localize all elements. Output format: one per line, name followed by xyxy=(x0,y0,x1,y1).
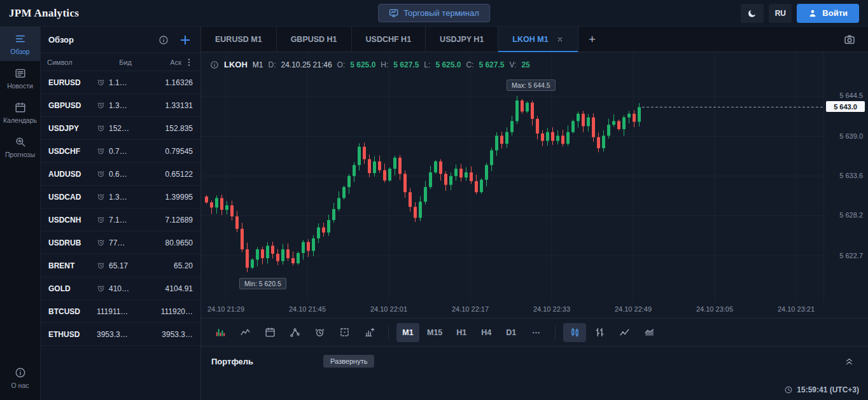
add-tab-button[interactable]: + xyxy=(578,27,606,52)
sidebar-item-overview[interactable]: Обзор xyxy=(0,27,40,61)
time-axis-label: 24.10 23:21 xyxy=(778,305,815,313)
bid-value: 0.6… xyxy=(97,170,136,179)
watchlist-row[interactable]: USDJPY 152… 152.835 xyxy=(41,117,200,140)
timeframe-d1-button[interactable]: D1 xyxy=(500,323,522,342)
language-button[interactable]: RU xyxy=(769,4,792,23)
theme-toggle-button[interactable] xyxy=(741,4,764,23)
topbar-actions: RU Войти xyxy=(741,4,859,23)
portfolio-panel: Портфель Развернуть 15:59:41 (UTC+3) xyxy=(201,346,868,400)
watchlist-row[interactable]: BRENT 65.17 65.20 xyxy=(41,254,200,277)
login-button[interactable]: Войти xyxy=(797,4,859,23)
watchlist-row[interactable]: USDRUB 77… 80.9650 xyxy=(41,231,200,254)
symbol-name: ETHUSD xyxy=(48,330,97,339)
watchlist-row[interactable]: ETHUSD 3953.3… 3953.3… xyxy=(41,323,200,346)
bars-icon xyxy=(594,327,605,338)
watchlist-row[interactable]: GOLD 410… 4104.91 xyxy=(41,277,200,300)
add-symbol-button[interactable] xyxy=(178,32,193,48)
portfolio-collapse-button[interactable] xyxy=(841,356,858,367)
main-area: EURUSD M1GBPUSD H1USDCHF H1USDJPY H1LKOH… xyxy=(201,27,868,400)
watchlist-header: Обзор xyxy=(41,27,200,53)
chart-type-candles-button[interactable] xyxy=(563,323,586,342)
line-icon xyxy=(619,327,630,338)
portfolio-expand-button[interactable]: Развернуть xyxy=(323,355,374,368)
compare-button[interactable] xyxy=(234,323,256,342)
selection-button[interactable] xyxy=(333,323,356,342)
chart-tab[interactable]: EURUSD M1 xyxy=(201,27,277,52)
toolbar-separator xyxy=(388,326,389,340)
indicators-button[interactable] xyxy=(209,323,232,342)
sidebar-item-label: Календарь xyxy=(3,116,37,124)
overview-icon xyxy=(15,33,26,45)
ohlc-legend: LKOH M1D:24.10.25 21:46O:5 625.0H:5 627.… xyxy=(210,60,530,69)
time-axis-label: 24.10 21:29 xyxy=(207,305,244,313)
time-axis-label: 24.10 22:49 xyxy=(615,305,652,313)
candlestick-chart[interactable]: Max: 5 644.5Min: 5 620.5 xyxy=(201,52,823,301)
bid-value: 0.7… xyxy=(97,147,136,156)
price-scale-label: 5 644.5 xyxy=(839,92,863,99)
chart-container: Max: 5 644.5Min: 5 620.5 5 644.55 639.05… xyxy=(201,52,868,346)
price-scale[interactable]: 5 644.55 639.05 633.65 628.25 622.75 643… xyxy=(823,52,868,301)
sidebar-item-about[interactable]: О нас xyxy=(0,361,40,395)
symbol-name: AUDUSD xyxy=(48,170,97,179)
timeframe-h4-button[interactable]: H4 xyxy=(475,323,498,342)
ask-value: 1.16326 xyxy=(136,78,193,87)
symbol-name: USDCHF xyxy=(48,147,97,156)
clock-icon xyxy=(97,216,105,224)
ask-value: 0.65122 xyxy=(136,170,193,179)
watchlist-panel: Обзор Символ Бид Аск xyxy=(41,27,201,400)
chart-tab[interactable]: USDCHF H1 xyxy=(352,27,426,52)
chart-tab[interactable]: GBPUSD H1 xyxy=(277,27,352,52)
watchlist-info-button[interactable] xyxy=(157,34,170,46)
clock-icon xyxy=(97,147,105,155)
time-axis[interactable]: 24.10 21:2924.10 21:4524.10 22:0124.10 2… xyxy=(201,301,823,318)
price-scale-label: 5 622.7 xyxy=(839,252,863,259)
ask-value: 80.9650 xyxy=(136,238,193,247)
more-timeframes-button[interactable]: ⋯ xyxy=(524,323,547,342)
watchlist-title: Обзор xyxy=(48,35,150,45)
chart-tabbar: EURUSD M1GBPUSD H1USDCHF H1USDJPY H1LKOH… xyxy=(201,27,868,52)
watchlist-row[interactable]: AUDUSD 0.6… 0.65122 xyxy=(41,163,200,186)
watchlist-menu-button[interactable] xyxy=(184,57,194,67)
watchlist-row[interactable]: USDCAD 1.3… 1.39995 xyxy=(41,186,200,209)
trading-terminal-button[interactable]: Торговый терминал xyxy=(378,4,490,22)
tab-close-icon[interactable] xyxy=(556,36,564,43)
chart-toolbar: M1M15H1H4D1⋯ xyxy=(201,318,868,346)
ask-value: 3953.3… xyxy=(136,330,193,339)
sidebar-item-news[interactable]: Новости xyxy=(0,61,40,95)
timeframe-m1-button[interactable]: M1 xyxy=(396,323,419,342)
forecast-icon xyxy=(15,136,26,148)
sidebar-item-forecasts[interactable]: Прогнозы xyxy=(0,130,40,164)
objects-button[interactable] xyxy=(283,323,306,342)
timeframe-m15-button[interactable]: M15 xyxy=(421,323,448,342)
tab-label: GBPUSD H1 xyxy=(291,35,337,44)
alerts-button[interactable] xyxy=(308,323,331,342)
ask-value: 4104.91 xyxy=(136,284,193,293)
time-axis-label: 24.10 22:33 xyxy=(533,305,570,313)
app-logo: JPM Analytics xyxy=(9,7,79,20)
ask-value: 152.835 xyxy=(136,124,193,133)
chart-type-bars-button[interactable] xyxy=(588,323,611,342)
bid-value: 410… xyxy=(97,284,136,293)
watchlist-row[interactable]: USDCNH 7.1… 7.12689 xyxy=(41,209,200,231)
symbol-name: GBPUSD xyxy=(48,101,97,110)
camera-icon xyxy=(844,34,855,45)
watchlist-row[interactable]: BTCUSD 111911… 111920… xyxy=(41,300,200,323)
calendar-button[interactable] xyxy=(258,323,281,342)
screenshot-button[interactable] xyxy=(840,33,859,46)
top-bar: JPM Analytics Торговый терминал RU Войти xyxy=(0,0,868,27)
collapse-up-icon xyxy=(844,357,854,366)
symbol-name: USDJPY xyxy=(48,124,97,133)
chart-tab[interactable]: LKOH M1 xyxy=(498,27,578,52)
alarm-icon xyxy=(314,327,325,338)
chart-type-line-button[interactable] xyxy=(613,323,636,342)
chart-type-area-button[interactable] xyxy=(638,323,661,342)
clock-icon xyxy=(97,124,105,132)
sidebar-item-calendar[interactable]: Календарь xyxy=(0,95,40,130)
watchlist-row[interactable]: EURUSD 1.1… 1.16326 xyxy=(41,71,200,94)
add-study-button[interactable] xyxy=(358,323,381,342)
chart-tab[interactable]: USDJPY H1 xyxy=(426,27,498,52)
watchlist-row[interactable]: GBPUSD 1.3… 1.33131 xyxy=(41,94,200,117)
watchlist-row[interactable]: USDCHF 0.7… 0.79545 xyxy=(41,140,200,163)
timeframe-h1-button[interactable]: H1 xyxy=(450,323,473,342)
bid-value: 77… xyxy=(97,238,136,247)
